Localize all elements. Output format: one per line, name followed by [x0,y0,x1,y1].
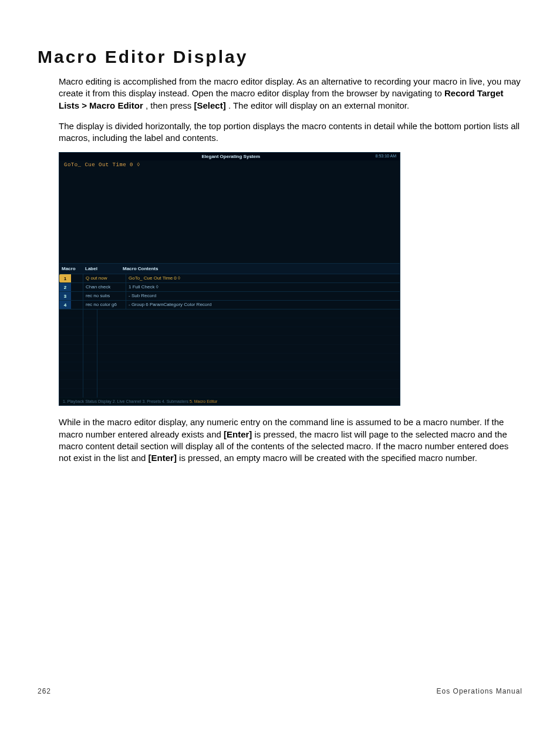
header-contents: Macro Contents [123,266,397,271]
table-row[interactable]: 4 rec no color g6 - Group 6 ParamCategor… [59,301,400,309]
window-title: Elegant Operating System [86,154,376,159]
row-number: 2 [59,283,71,291]
macro-editor-screenshot: Elegant Operating System 8:53:10 AM GoTo… [59,152,400,406]
row-number: 1 [59,274,71,282]
clock: 8:53:10 AM [376,154,396,159]
row-label: rec no color g6 [83,301,126,309]
p1-bold-select: [Select] [194,100,226,110]
page-footer: 262 Eos Operations Manual [38,687,522,695]
row-contents: - Sub Record [126,292,400,300]
row-contents: GoTo_ Cue Out Time 0 ◊ [126,274,400,282]
p1-c: , then press [146,100,194,110]
p3-c: is pressed, an empty macro will be creat… [179,453,477,463]
table-row[interactable]: 3 rec no subs - Sub Record [59,292,400,301]
window-titlebar: Elegant Operating System 8:53:10 AM [59,153,400,160]
p3-enter-2: [Enter] [149,453,177,463]
table-row[interactable]: 2 Chan check 1 Full Check ◊ [59,283,400,292]
table-row[interactable]: 1 Q out now GoTo_ Cue Out Time 0 ◊ [59,274,400,283]
p1-d: . The editor will display on an external… [228,100,409,110]
row-label: Chan check [83,283,126,291]
display-tabs[interactable]: 1. Playback Status Display 2. Live Chann… [59,398,400,405]
empty-rows [59,309,400,398]
p3-enter-1: [Enter] [224,429,252,439]
header-label: Label [85,266,123,271]
paragraph-3: While in the macro editor display, any n… [59,416,522,464]
tab-active[interactable]: 5. Macro Editor [190,399,217,403]
row-number: 3 [59,292,71,300]
row-label: rec no subs [83,292,126,300]
table-header: Macro Label Macro Contents [59,264,400,274]
page-heading: Macro Editor Display [38,47,522,67]
macro-detail-area: GoTo_ Cue Out Time 0 ◊ [59,160,400,264]
header-macro: Macro [62,266,85,271]
paragraph-1: Macro editing is accomplished from the m… [59,76,522,112]
row-contents: 1 Full Check ◊ [126,283,400,291]
page-number: 262 [38,687,51,695]
row-label: Q out now [83,274,126,282]
tabs-inactive[interactable]: 1. Playback Status Display 2. Live Chann… [63,399,190,403]
row-contents: - Group 6 ParamCategory Color Record [126,301,400,309]
paragraph-2: The display is divided horizontally, the… [59,120,522,144]
row-number: 4 [59,301,71,309]
manual-title: Eos Operations Manual [437,687,522,695]
command-line: GoTo_ Cue Out Time 0 ◊ [59,160,400,170]
